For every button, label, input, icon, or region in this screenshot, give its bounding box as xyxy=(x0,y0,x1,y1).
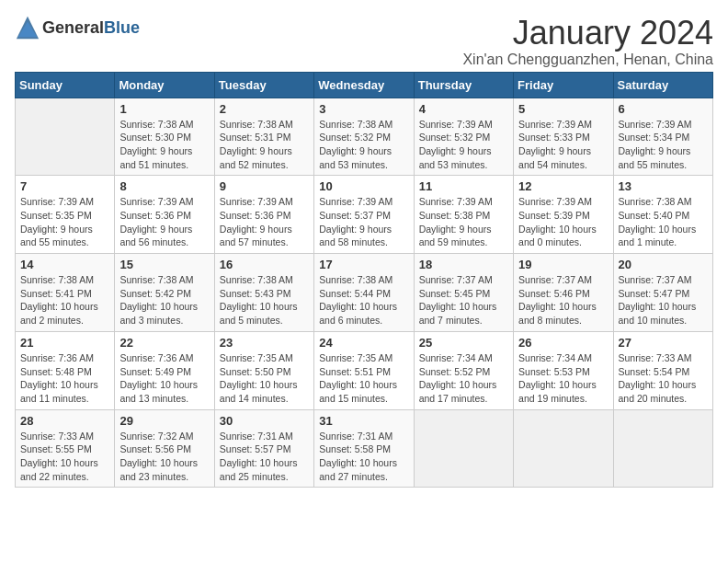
svg-marker-1 xyxy=(18,21,38,37)
day-number: 17 xyxy=(319,258,408,271)
day-info: Sunrise: 7:39 AM Sunset: 5:36 PM Dayligh… xyxy=(119,195,209,249)
day-info: Sunrise: 7:39 AM Sunset: 5:38 PM Dayligh… xyxy=(419,195,508,249)
header-cell-wednesday: Wednesday xyxy=(314,72,414,98)
calendar-cell: 11Sunrise: 7:39 AM Sunset: 5:38 PM Dayli… xyxy=(414,176,513,254)
day-number: 21 xyxy=(20,336,109,350)
day-info: Sunrise: 7:38 AM Sunset: 5:40 PM Dayligh… xyxy=(619,195,708,249)
day-number: 16 xyxy=(220,258,309,271)
day-number: 18 xyxy=(419,258,508,271)
day-number: 26 xyxy=(518,336,608,350)
day-info: Sunrise: 7:38 AM Sunset: 5:41 PM Dayligh… xyxy=(20,273,109,327)
calendar-cell: 1Sunrise: 7:38 AM Sunset: 5:30 PM Daylig… xyxy=(115,98,214,176)
calendar-cell xyxy=(414,409,513,488)
day-info: Sunrise: 7:37 AM Sunset: 5:46 PM Dayligh… xyxy=(518,273,608,327)
day-number: 22 xyxy=(119,336,209,350)
calendar-cell: 16Sunrise: 7:38 AM Sunset: 5:43 PM Dayli… xyxy=(214,254,313,332)
day-info: Sunrise: 7:39 AM Sunset: 5:32 PM Dayligh… xyxy=(419,118,508,172)
header-cell-sunday: Sunday xyxy=(16,72,115,98)
day-info: Sunrise: 7:38 AM Sunset: 5:43 PM Dayligh… xyxy=(220,273,309,327)
calendar-cell: 14Sunrise: 7:38 AM Sunset: 5:41 PM Dayli… xyxy=(16,254,115,332)
day-info: Sunrise: 7:38 AM Sunset: 5:44 PM Dayligh… xyxy=(319,273,408,327)
logo-general: General xyxy=(42,18,104,37)
calendar-cell: 13Sunrise: 7:38 AM Sunset: 5:40 PM Dayli… xyxy=(613,176,712,254)
calendar-cell xyxy=(613,409,712,488)
calendar-cell: 27Sunrise: 7:33 AM Sunset: 5:54 PM Dayli… xyxy=(613,331,712,409)
header-cell-saturday: Saturday xyxy=(613,72,712,98)
day-info: Sunrise: 7:38 AM Sunset: 5:30 PM Dayligh… xyxy=(119,118,209,172)
calendar-cell: 9Sunrise: 7:39 AM Sunset: 5:36 PM Daylig… xyxy=(214,176,313,254)
day-number: 23 xyxy=(220,336,309,350)
day-info: Sunrise: 7:38 AM Sunset: 5:32 PM Dayligh… xyxy=(319,118,408,172)
calendar-cell: 3Sunrise: 7:38 AM Sunset: 5:32 PM Daylig… xyxy=(314,98,414,176)
calendar-week-row: 7Sunrise: 7:39 AM Sunset: 5:35 PM Daylig… xyxy=(16,176,713,254)
day-number: 8 xyxy=(119,179,209,193)
logo: GeneralBlue xyxy=(15,15,140,40)
calendar-cell: 25Sunrise: 7:34 AM Sunset: 5:52 PM Dayli… xyxy=(414,331,513,409)
calendar-cell: 23Sunrise: 7:35 AM Sunset: 5:50 PM Dayli… xyxy=(214,331,313,409)
header-cell-monday: Monday xyxy=(115,72,214,98)
day-number: 19 xyxy=(518,258,608,271)
day-info: Sunrise: 7:31 AM Sunset: 5:58 PM Dayligh… xyxy=(319,430,408,484)
day-number: 1 xyxy=(119,102,209,116)
title-area: January 2024 Xin'an Chengguanzhen, Henan… xyxy=(462,15,713,68)
day-number: 31 xyxy=(319,414,408,428)
day-info: Sunrise: 7:32 AM Sunset: 5:56 PM Dayligh… xyxy=(119,430,209,484)
day-number: 2 xyxy=(220,102,309,116)
calendar-cell: 10Sunrise: 7:39 AM Sunset: 5:37 PM Dayli… xyxy=(314,176,414,254)
day-number: 7 xyxy=(20,179,109,193)
day-info: Sunrise: 7:34 AM Sunset: 5:53 PM Dayligh… xyxy=(518,351,608,406)
calendar-week-row: 28Sunrise: 7:33 AM Sunset: 5:55 PM Dayli… xyxy=(16,409,713,488)
day-number: 4 xyxy=(419,102,508,116)
day-info: Sunrise: 7:37 AM Sunset: 5:45 PM Dayligh… xyxy=(419,273,508,327)
day-info: Sunrise: 7:35 AM Sunset: 5:50 PM Dayligh… xyxy=(220,351,309,406)
calendar-cell: 26Sunrise: 7:34 AM Sunset: 5:53 PM Dayli… xyxy=(514,331,613,409)
day-number: 12 xyxy=(518,179,608,193)
calendar-cell: 19Sunrise: 7:37 AM Sunset: 5:46 PM Dayli… xyxy=(514,254,613,332)
header-cell-friday: Friday xyxy=(514,72,613,98)
day-number: 27 xyxy=(619,336,708,350)
day-number: 28 xyxy=(20,414,109,428)
calendar-cell: 21Sunrise: 7:36 AM Sunset: 5:48 PM Dayli… xyxy=(16,331,115,409)
day-info: Sunrise: 7:37 AM Sunset: 5:47 PM Dayligh… xyxy=(619,273,708,327)
day-number: 11 xyxy=(419,179,508,193)
day-info: Sunrise: 7:39 AM Sunset: 5:37 PM Dayligh… xyxy=(319,195,408,249)
calendar-cell: 12Sunrise: 7:39 AM Sunset: 5:39 PM Dayli… xyxy=(514,176,613,254)
day-info: Sunrise: 7:39 AM Sunset: 5:33 PM Dayligh… xyxy=(518,118,608,172)
day-info: Sunrise: 7:36 AM Sunset: 5:49 PM Dayligh… xyxy=(119,351,209,406)
calendar-cell: 31Sunrise: 7:31 AM Sunset: 5:58 PM Dayli… xyxy=(314,409,414,488)
calendar-cell: 4Sunrise: 7:39 AM Sunset: 5:32 PM Daylig… xyxy=(414,98,513,176)
calendar-subtitle: Xin'an Chengguanzhen, Henan, China xyxy=(462,52,713,68)
day-number: 5 xyxy=(518,102,608,116)
calendar-cell: 8Sunrise: 7:39 AM Sunset: 5:36 PM Daylig… xyxy=(115,176,214,254)
day-info: Sunrise: 7:33 AM Sunset: 5:54 PM Dayligh… xyxy=(619,351,708,406)
calendar-week-row: 14Sunrise: 7:38 AM Sunset: 5:41 PM Dayli… xyxy=(16,254,713,332)
calendar-cell: 15Sunrise: 7:38 AM Sunset: 5:42 PM Dayli… xyxy=(115,254,214,332)
day-number: 14 xyxy=(20,258,109,271)
calendar-cell: 24Sunrise: 7:35 AM Sunset: 5:51 PM Dayli… xyxy=(314,331,414,409)
calendar-cell: 18Sunrise: 7:37 AM Sunset: 5:45 PM Dayli… xyxy=(414,254,513,332)
day-info: Sunrise: 7:36 AM Sunset: 5:48 PM Dayligh… xyxy=(20,351,109,406)
day-number: 6 xyxy=(619,102,708,116)
calendar-week-row: 21Sunrise: 7:36 AM Sunset: 5:48 PM Dayli… xyxy=(16,331,713,409)
day-number: 29 xyxy=(119,414,209,428)
day-info: Sunrise: 7:39 AM Sunset: 5:34 PM Dayligh… xyxy=(619,118,708,172)
calendar-cell xyxy=(16,98,115,176)
day-number: 24 xyxy=(319,336,408,350)
calendar-cell: 5Sunrise: 7:39 AM Sunset: 5:33 PM Daylig… xyxy=(514,98,613,176)
day-info: Sunrise: 7:38 AM Sunset: 5:42 PM Dayligh… xyxy=(119,273,209,327)
calendar-cell: 22Sunrise: 7:36 AM Sunset: 5:49 PM Dayli… xyxy=(115,331,214,409)
day-number: 10 xyxy=(319,179,408,193)
calendar-cell: 7Sunrise: 7:39 AM Sunset: 5:35 PM Daylig… xyxy=(16,176,115,254)
day-number: 13 xyxy=(619,179,708,193)
calendar-cell xyxy=(514,409,613,488)
day-number: 9 xyxy=(220,179,309,193)
day-number: 20 xyxy=(619,258,708,271)
day-info: Sunrise: 7:38 AM Sunset: 5:31 PM Dayligh… xyxy=(220,118,309,172)
calendar-cell: 17Sunrise: 7:38 AM Sunset: 5:44 PM Dayli… xyxy=(314,254,414,332)
calendar-cell: 30Sunrise: 7:31 AM Sunset: 5:57 PM Dayli… xyxy=(214,409,313,488)
calendar-table: SundayMondayTuesdayWednesdayThursdayFrid… xyxy=(15,72,713,488)
calendar-cell: 29Sunrise: 7:32 AM Sunset: 5:56 PM Dayli… xyxy=(115,409,214,488)
calendar-cell: 6Sunrise: 7:39 AM Sunset: 5:34 PM Daylig… xyxy=(613,98,712,176)
day-info: Sunrise: 7:34 AM Sunset: 5:52 PM Dayligh… xyxy=(419,351,508,406)
calendar-week-row: 1Sunrise: 7:38 AM Sunset: 5:30 PM Daylig… xyxy=(16,98,713,176)
